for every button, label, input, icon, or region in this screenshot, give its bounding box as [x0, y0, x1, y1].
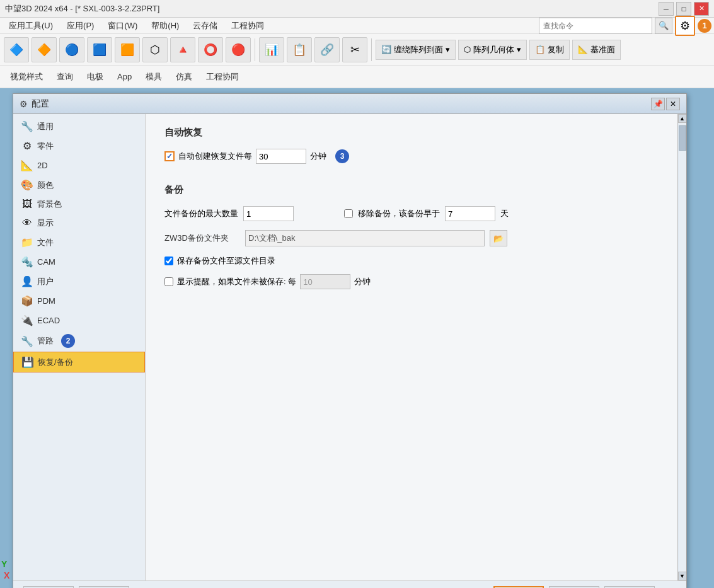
2d-icon: 📐 [21, 159, 33, 171]
menu-tools[interactable]: 应用工具(U) [3, 19, 59, 33]
dialog-content: 自动恢复 ✓ 自动创建恢复文件每 分钟 3 备份 [146, 114, 677, 580]
tool-btn-2[interactable]: 🔶 [32, 37, 57, 62]
menu-electrode[interactable]: 电极 [81, 70, 110, 84]
datum-plane-label: 基准面 [590, 44, 615, 55]
sidebar-item-recover[interactable]: 💾 恢复/备份 [13, 352, 145, 372]
dialog-pin-btn[interactable]: 📌 [651, 98, 665, 110]
tool-btn-1[interactable]: 🔷 [4, 37, 29, 62]
save-to-source-checkbox[interactable] [164, 257, 173, 265]
sidebar-item-ecad[interactable]: 🔌 ECAD [13, 311, 145, 330]
toolbar-separator-2 [371, 38, 372, 61]
toolbar-datum-plane[interactable]: 📐 基准面 [572, 40, 621, 60]
menu-cloud[interactable]: 云存储 [187, 19, 224, 33]
tool-btn-12[interactable]: 🔗 [314, 37, 340, 62]
bgcolor-icon: 🖼 [21, 199, 33, 210]
minimize-btn[interactable]: ─ [659, 2, 674, 16]
sidebar-item-pdm[interactable]: 📦 PDM [13, 291, 145, 311]
search-input[interactable] [539, 18, 652, 34]
badge-1: 1 [698, 19, 711, 33]
auto-recover-title: 自动恢复 [164, 127, 659, 139]
tool-btn-8[interactable]: ⭕ [198, 37, 223, 62]
file-icon: 📁 [21, 236, 33, 248]
max-backup-row: 文件备份的最大数量 [164, 206, 294, 221]
toolbar-separator-1 [255, 38, 255, 61]
tool-btn-3[interactable]: 🔵 [59, 37, 84, 62]
tool-btn-11[interactable]: 📋 [287, 37, 312, 62]
sidebar-item-2d[interactable]: 📐 2D [13, 156, 145, 175]
save-to-source-row: 保存备份文件至源文件目录 [164, 255, 659, 267]
scroll-up-btn[interactable]: ▲ [678, 114, 687, 123]
auto-create-value[interactable] [256, 149, 306, 164]
sidebar-item-color[interactable]: 🎨 颜色 [13, 175, 145, 195]
browse-folder-btn[interactable]: 📂 [490, 230, 507, 246]
datum-plane-icon: 📐 [578, 45, 588, 54]
badge-2: 2 [61, 334, 75, 348]
max-backup-input[interactable] [243, 206, 294, 221]
main-area: Y X ⚙ 配置 📌 ✕ 🔧 通用 ⚙ 零件 [0, 88, 714, 588]
remove-backup-label: 移除备份，该备份早于 [358, 208, 440, 219]
tool-btn-10[interactable]: 📊 [259, 37, 284, 62]
recover-icon: 💾 [21, 356, 34, 368]
menu-window[interactable]: 窗口(W) [101, 19, 144, 33]
toolbar-array-geom[interactable]: ⬡ 阵列几何体 ▾ [458, 40, 527, 60]
wrap-array-icon: 🔄 [381, 45, 391, 54]
tool-btn-13[interactable]: ✂ [342, 37, 367, 62]
sidebar-item-general[interactable]: 🔧 通用 [13, 117, 145, 136]
menu-sim[interactable]: 仿真 [170, 70, 199, 84]
remove-backup-value[interactable] [445, 206, 495, 221]
menu-app[interactable]: App [111, 71, 138, 83]
wrap-array-chevron: ▾ [446, 45, 450, 54]
menu-collab[interactable]: 工程协同 [225, 19, 270, 33]
tool-btn-7[interactable]: 🔺 [170, 37, 195, 62]
auto-create-checkbox[interactable]: ✓ [164, 151, 175, 161]
sidebar-item-pipe[interactable]: 🔧 管路 2 [13, 330, 145, 352]
pdm-icon: 📦 [21, 295, 33, 307]
array-geom-label: 阵列几何体 [473, 44, 514, 55]
sidebar-item-cam[interactable]: 🔩 CAM [13, 252, 145, 272]
toolbar-wrap-array[interactable]: 🔄 缠绕阵列到面 ▾ [376, 40, 456, 60]
display-icon: 👁 [21, 217, 33, 229]
sidebar-label-recover: 恢复/备份 [38, 357, 73, 368]
show-reminder-label: 显示提醒，如果文件未被保存: 每 [177, 276, 296, 287]
gear-settings-button[interactable]: ⚙ [675, 16, 695, 36]
menu-help[interactable]: 帮助(H) [145, 19, 185, 33]
menu-query[interactable]: 查询 [50, 70, 79, 84]
sidebar-item-user[interactable]: 👤 用户 [13, 272, 145, 291]
scroll-thumb[interactable] [679, 125, 686, 151]
sidebar-item-parts[interactable]: ⚙ 零件 [13, 136, 145, 156]
tool-btn-4[interactable]: 🟦 [87, 37, 112, 62]
show-reminder-checkbox[interactable] [164, 277, 173, 286]
sidebar-item-bgcolor[interactable]: 🖼 背景色 [13, 195, 145, 214]
reminder-unit: 分钟 [354, 276, 371, 287]
dialog-close-btn[interactable]: ✕ [666, 98, 680, 110]
menu-bar-2: 视觉样式 查询 电极 App 模具 仿真 工程协同 [0, 66, 714, 88]
toolbar-copy[interactable]: 📋 复制 [529, 40, 570, 60]
sidebar-item-display[interactable]: 👁 显示 [13, 214, 145, 233]
apply-btn[interactable]: 应用 [604, 586, 655, 589]
confirm-btn[interactable]: 确认 [493, 586, 544, 589]
dialog-body: 🔧 通用 ⚙ 零件 📐 2D 🎨 颜色 🖼 背景色 [13, 114, 686, 580]
menu-mold[interactable]: 模具 [139, 70, 168, 84]
reminder-value[interactable] [300, 274, 350, 289]
remove-backup-checkbox[interactable] [344, 209, 353, 218]
tool-btn-5[interactable]: 🟧 [115, 37, 140, 62]
close-btn[interactable]: ✕ [694, 2, 709, 16]
badge-3: 3 [335, 149, 349, 163]
dialog-footer: 重置 默认 确认 取消 应用 4 [13, 580, 686, 588]
scroll-down-btn[interactable]: ▼ [678, 572, 687, 580]
cancel-btn[interactable]: 取消 [549, 586, 599, 589]
backup-folder-input[interactable] [245, 230, 485, 246]
maximize-btn[interactable]: □ [676, 2, 691, 16]
menu-visual[interactable]: 视觉样式 [4, 70, 49, 84]
max-backup-label: 文件备份的最大数量 [164, 208, 238, 219]
sidebar-item-file[interactable]: 📁 文件 [13, 233, 145, 252]
default-btn[interactable]: 默认 [79, 586, 129, 589]
parts-icon: ⚙ [21, 140, 33, 152]
menu-eng-collab[interactable]: 工程协同 [200, 70, 245, 84]
tool-btn-9[interactable]: 🔴 [226, 37, 251, 62]
reset-btn[interactable]: 重置 [23, 586, 74, 589]
search-button[interactable]: 🔍 [655, 18, 672, 34]
tool-btn-6[interactable]: ⬡ [142, 37, 168, 62]
sidebar-label-2d: 2D [37, 161, 48, 170]
menu-apps[interactable]: 应用(P) [60, 19, 100, 33]
